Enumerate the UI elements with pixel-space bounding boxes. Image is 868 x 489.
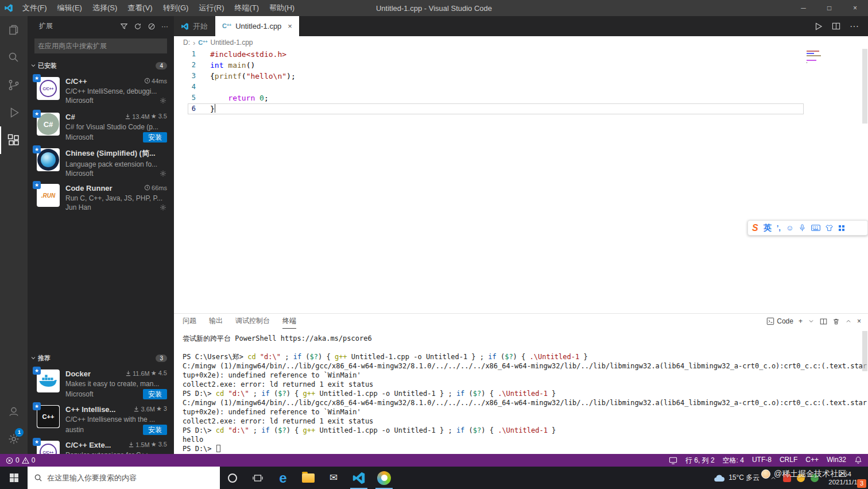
task-view-button[interactable] (245, 467, 270, 489)
maximize-panel-icon[interactable] (845, 318, 852, 325)
new-terminal-icon[interactable]: + (799, 317, 803, 325)
minimize-button[interactable]: ─ (790, 0, 816, 16)
sogou-logo-icon[interactable]: S (752, 223, 758, 233)
run-button-icon[interactable] (813, 22, 823, 31)
menu-f[interactable]: 文件(F) (17, 0, 52, 16)
phrase-icon[interactable]: ’, (777, 224, 781, 232)
clear-icon[interactable] (148, 22, 156, 30)
tab-untitled-1cpp[interactable]: C++Untitled-1.cpp× (215, 16, 300, 36)
activity-search-icon[interactable] (0, 44, 28, 71)
extension-item[interactable]: .RUN★Code Runner 66msRun C, C++, Java, J… (28, 179, 174, 214)
breadcrumb-drive[interactable]: D: (183, 38, 190, 47)
accounts-icon[interactable] (0, 398, 28, 425)
kill-terminal-icon[interactable] (832, 318, 840, 325)
chevron-down-icon[interactable] (808, 318, 815, 325)
extension-item[interactable]: C#★C#13.4M ★ 3.5C# for Visual Studio Cod… (28, 107, 174, 143)
close-button[interactable]: × (842, 0, 868, 16)
weather-widget[interactable]: 15°C 多云 (707, 473, 766, 483)
menu-h[interactable]: 帮助(H) (264, 0, 300, 16)
screencast-monitor-icon[interactable] (669, 456, 677, 465)
taskbar-search-input[interactable] (47, 473, 214, 482)
extensions-search-input[interactable] (38, 42, 164, 50)
status-language-mode[interactable]: C++ (805, 456, 819, 465)
split-editor-icon[interactable] (832, 22, 840, 30)
menu-v[interactable]: 查看(V) (122, 0, 157, 16)
install-button[interactable]: 安装 (143, 132, 167, 143)
toolbox-grid-icon[interactable] (838, 225, 845, 232)
refresh-icon[interactable] (134, 22, 142, 30)
maximize-button[interactable]: □ (816, 0, 842, 16)
extension-item[interactable]: ★Docker11.6M ★ 4.5Makes it easy to creat… (28, 364, 174, 400)
more-editor-actions-icon[interactable]: ··· (850, 21, 859, 32)
manage-gear-icon[interactable] (159, 97, 167, 105)
activity-source-control-icon[interactable] (0, 71, 28, 99)
notifications-bell-icon[interactable] (854, 456, 862, 464)
tray-icon-gold[interactable] (794, 474, 808, 482)
more-actions-icon[interactable]: ··· (161, 22, 168, 30)
edge-button[interactable]: e (270, 467, 296, 489)
extension-description: Makes it easy to create, man... (65, 380, 167, 388)
tab-close-icon[interactable]: × (288, 22, 292, 30)
notification-badge[interactable]: 3 (857, 479, 866, 488)
settings-gear-icon[interactable]: 1 (0, 425, 28, 453)
manage-gear-icon[interactable] (159, 170, 167, 178)
activity-explorer-icon[interactable] (0, 16, 28, 44)
vscode-taskbar-button[interactable] (346, 467, 371, 489)
extension-meta: 44ms (144, 78, 167, 84)
cortana-button[interactable] (220, 467, 245, 489)
activity-extensions-icon[interactable] (0, 126, 28, 154)
close-panel-icon[interactable]: × (857, 317, 861, 325)
tray-icon-green[interactable] (808, 474, 822, 482)
extension-item[interactable]: C/C++★C/C++ 44msC/C++ IntelliSense, debu… (28, 72, 174, 107)
manage-gear-icon[interactable] (159, 203, 167, 211)
split-terminal-icon[interactable] (820, 318, 827, 325)
minimap[interactable] (807, 51, 858, 64)
section-header[interactable]: 已安装4 (28, 59, 174, 72)
extension-details: C/C++ 44msC/C++ IntelliSense, debuggi...… (65, 77, 167, 107)
file-explorer-button[interactable] (296, 467, 321, 489)
panel-tab-终端[interactable]: 终端 (282, 314, 296, 329)
install-button[interactable]: 安装 (143, 425, 167, 435)
microphone-icon[interactable] (799, 224, 806, 232)
extension-item[interactable]: C/C++★C/C++ Exte...1.5M ★ 3.5Popular ext… (28, 436, 174, 454)
extension-title-row: Code Runner 66ms (65, 184, 167, 192)
panel-scrollbar[interactable] (862, 331, 867, 371)
problems-status[interactable]: 0 0 (6, 456, 35, 464)
start-button[interactable] (0, 467, 28, 489)
recorder-app-button[interactable] (371, 467, 397, 489)
ime-language-mode[interactable]: 英 (764, 223, 772, 233)
breadcrumb-file[interactable]: Untitled-1.cpp (210, 38, 253, 47)
status-platform[interactable]: Win32 (827, 456, 846, 465)
status-cursor-position[interactable]: 行 6, 列 2 (685, 456, 715, 465)
panel-tab-输出[interactable]: 输出 (209, 314, 223, 329)
menu-s[interactable]: 选择(S) (87, 0, 122, 16)
menu-r[interactable]: 运行(R) (193, 0, 229, 16)
activity-run-debug-icon[interactable] (0, 99, 28, 126)
tray-expand-button[interactable] (766, 475, 780, 482)
taskbar-search[interactable] (28, 467, 220, 489)
panel-tab-调试控制台[interactable]: 调试控制台 (235, 314, 270, 329)
section-header[interactable]: 推荐3 (28, 352, 174, 364)
filter-icon[interactable] (120, 22, 128, 30)
terminal-content[interactable]: 尝试新的跨平台 PowerShell https://aka.ms/pscore… (174, 329, 868, 453)
menu-t[interactable]: 终端(T) (229, 0, 264, 16)
extension-name: C/C++ (65, 77, 87, 86)
panel-tab-问题[interactable]: 问题 (183, 314, 196, 329)
status-eol[interactable]: CRLF (780, 456, 797, 465)
menu-g[interactable]: 转到(G) (158, 0, 194, 16)
extension-item[interactable]: ★Chinese (Simplified) (简...Language pack… (28, 143, 174, 179)
status-indentation[interactable]: 空格: 4 (723, 456, 744, 465)
install-button[interactable]: 安装 (143, 389, 167, 399)
emoji-icon[interactable]: ☺ (786, 224, 793, 232)
extension-item[interactable]: C++★C++ Intellise...3.6M ★ 3C/C++ Intell… (28, 400, 174, 436)
terminal-picker[interactable]: Code (766, 317, 793, 325)
menu-e[interactable]: 编辑(E) (52, 0, 87, 16)
tab-[interactable]: 开始 (174, 16, 215, 36)
skin-icon[interactable] (826, 224, 833, 232)
code-area[interactable]: 1#include<stdio.h>2int main()3{printf("h… (174, 49, 868, 313)
tray-icon-red[interactable] (780, 474, 794, 482)
editor-scrollbar[interactable] (862, 49, 867, 124)
keyboard-icon[interactable] (811, 225, 820, 231)
status-encoding[interactable]: UTF-8 (752, 456, 772, 465)
mail-button[interactable]: ✉ (321, 467, 346, 489)
